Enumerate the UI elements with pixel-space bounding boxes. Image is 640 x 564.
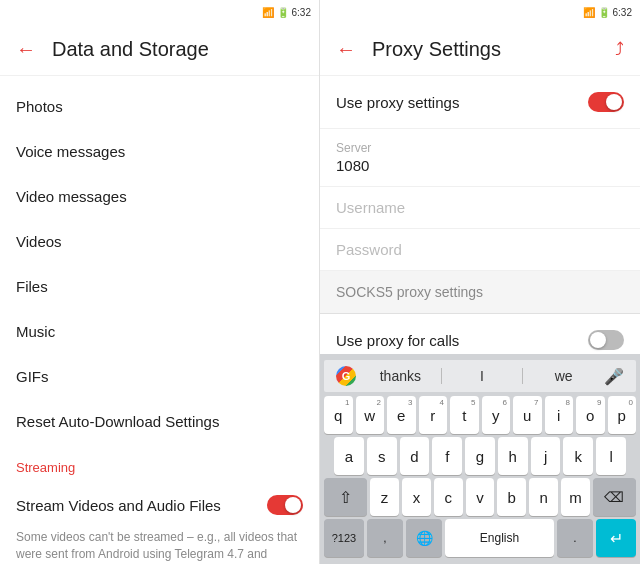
left-time: 6:32 [292,7,311,18]
key-m[interactable]: m [561,478,590,516]
list-item-music[interactable]: Music [0,309,319,354]
suggestion-i[interactable]: I [442,368,523,384]
right-back-button[interactable]: ← [336,38,356,61]
keyboard-row-3: ⇧ z x c v b n m ⌫ [324,478,636,516]
key-q[interactable]: q1 [324,396,353,434]
left-settings-list: Photos Voice messages Video messages Vid… [0,76,319,564]
proxy-calls-toggle[interactable] [588,330,624,350]
right-header-title: Proxy Settings [372,38,501,61]
left-status-icons: 📶 🔋 6:32 [262,7,311,18]
key-enter[interactable]: ↵ [596,519,636,557]
key-w[interactable]: w2 [356,396,385,434]
key-o[interactable]: o9 [576,396,605,434]
key-num[interactable]: ?123 [324,519,364,557]
keyboard-suggestions-bar: G thanks I we 🎤 [324,360,636,392]
suggestion-thanks[interactable]: thanks [360,368,441,384]
key-j[interactable]: j [531,437,561,475]
proxy-content: Use proxy settings Server 1080 Username … [320,76,640,354]
key-b[interactable]: b [497,478,526,516]
use-proxy-toggle[interactable] [588,92,624,112]
proxy-calls-label: Use proxy for calls [336,332,459,349]
server-field[interactable]: Server 1080 [320,129,640,187]
key-r[interactable]: r4 [419,396,448,434]
keyboard-row-4: ?123 , 🌐 English . ↵ [324,519,636,557]
password-field[interactable]: Password [320,229,640,271]
server-value: 1080 [336,157,624,174]
key-k[interactable]: k [563,437,593,475]
stream-videos-label: Stream Videos and Audio Files [16,497,221,514]
stream-subtitle: Some videos can't be streamed – e.g., al… [0,529,319,564]
suggestion-we[interactable]: we [523,368,604,384]
key-i[interactable]: i8 [545,396,574,434]
key-x[interactable]: x [402,478,431,516]
right-app-header: ← Proxy Settings ⤴ [320,24,640,76]
list-item-photos[interactable]: Photos [0,84,319,129]
keyboard: G thanks I we 🎤 q1 w2 e3 r4 t5 y6 u7 i8 … [320,354,640,564]
section-streaming: Streaming [0,444,319,481]
key-g[interactable]: g [465,437,495,475]
key-f[interactable]: f [432,437,462,475]
key-period[interactable]: . [557,519,593,557]
key-u[interactable]: u7 [513,396,542,434]
key-y[interactable]: y6 [482,396,511,434]
password-placeholder: Password [336,241,624,258]
key-shift[interactable]: ⇧ [324,478,367,516]
right-time: 6:32 [613,7,632,18]
left-back-button[interactable]: ← [16,38,36,61]
keyboard-row-2: a s d f g h j k l [324,437,636,475]
google-g-icon: G [336,366,356,386]
left-status-bar: 📶 🔋 6:32 [0,0,319,24]
list-item-videos[interactable]: Videos [0,219,319,264]
left-app-header: ← Data and Storage [0,24,319,76]
use-proxy-label: Use proxy settings [336,94,459,111]
key-t[interactable]: t5 [450,396,479,434]
key-n[interactable]: n [529,478,558,516]
list-item-voice[interactable]: Voice messages [0,129,319,174]
key-h[interactable]: h [498,437,528,475]
key-space[interactable]: English [445,519,554,557]
right-status-bar: 📶 🔋 6:32 [320,0,640,24]
mic-icon[interactable]: 🎤 [604,367,624,386]
list-item-video-messages[interactable]: Video messages [0,174,319,219]
left-header-title: Data and Storage [52,38,209,61]
key-c[interactable]: c [434,478,463,516]
socks-section: SOCKS5 proxy settings [320,271,640,314]
list-item-gifs[interactable]: GIFs [0,354,319,399]
key-l[interactable]: l [596,437,626,475]
right-status-icons: 📶 🔋 6:32 [583,7,632,18]
share-icon[interactable]: ⤴ [615,39,624,60]
username-field[interactable]: Username [320,187,640,229]
key-d[interactable]: d [400,437,430,475]
key-e[interactable]: e3 [387,396,416,434]
username-placeholder: Username [336,199,624,216]
key-v[interactable]: v [466,478,495,516]
key-comma[interactable]: , [367,519,403,557]
key-globe[interactable]: 🌐 [406,519,442,557]
key-backspace[interactable]: ⌫ [593,478,636,516]
left-panel: 📶 🔋 6:32 ← Data and Storage Photos Voice… [0,0,320,564]
proxy-calls-row[interactable]: Use proxy for calls [320,314,640,354]
stream-videos-toggle[interactable] [267,495,303,515]
right-header-left: ← Proxy Settings [336,38,501,61]
keyboard-row-1: q1 w2 e3 r4 t5 y6 u7 i8 o9 p0 [324,396,636,434]
key-a[interactable]: a [334,437,364,475]
use-proxy-row[interactable]: Use proxy settings [320,76,640,129]
key-p[interactable]: p0 [608,396,637,434]
stream-videos-row[interactable]: Stream Videos and Audio Files [0,481,319,529]
socks-label: SOCKS5 proxy settings [336,284,483,300]
server-label: Server [336,141,624,155]
key-s[interactable]: s [367,437,397,475]
list-item-reset[interactable]: Reset Auto-Download Settings [0,399,319,444]
list-item-files[interactable]: Files [0,264,319,309]
key-z[interactable]: z [370,478,399,516]
right-panel: 📶 🔋 6:32 ← Proxy Settings ⤴ Use proxy se… [320,0,640,564]
